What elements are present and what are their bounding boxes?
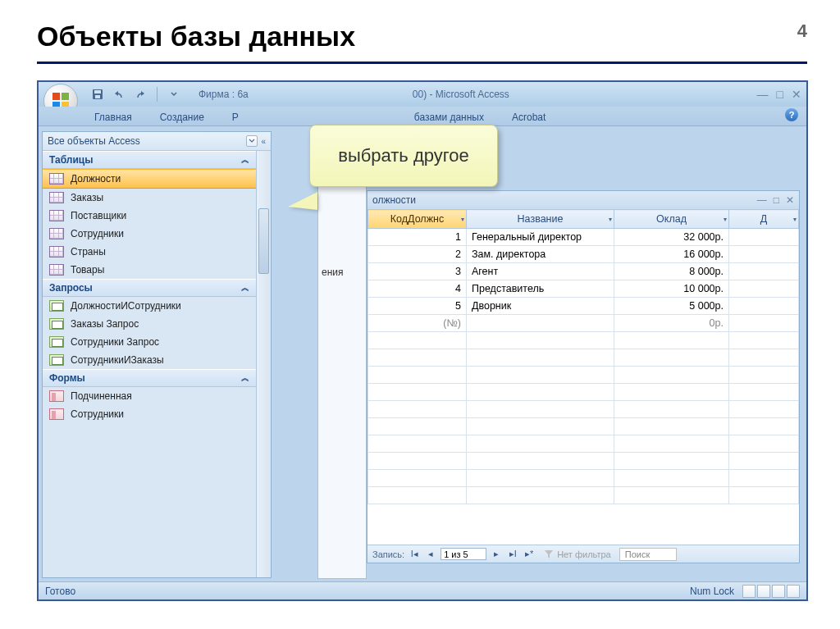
cell-name[interactable]: Генеральный директор — [467, 229, 614, 246]
first-record-button[interactable]: I◂ — [408, 549, 421, 559]
table-row[interactable]: 5Дворник5 000р. — [368, 298, 799, 315]
nav-item-label: ДолжностиИСотрудники — [71, 300, 181, 312]
save-button[interactable] — [89, 86, 106, 103]
new-record-button[interactable]: ▸* — [523, 549, 536, 559]
datasheet-minimize[interactable]: — — [757, 194, 767, 206]
view-design-button[interactable] — [757, 585, 770, 598]
query-icon — [49, 354, 64, 366]
svg-rect-1 — [62, 93, 69, 100]
table-row[interactable]: 3Агент8 000р. — [368, 263, 799, 280]
nav-item[interactable]: Должности — [43, 169, 256, 189]
nav-pane-header[interactable]: Все объекты Access « — [43, 132, 271, 151]
cell-name[interactable]: Агент — [467, 263, 614, 280]
nav-item[interactable]: Сотрудники — [43, 225, 256, 243]
datasheet-titlebar[interactable]: олжности — □ ✕ — [368, 191, 799, 209]
cell-salary[interactable]: 32 000р. — [614, 229, 729, 246]
nav-item[interactable]: СотрудникиИЗаказы — [43, 351, 256, 369]
record-position-input[interactable] — [441, 548, 486, 560]
column-dropdown-icon[interactable]: ▾ — [793, 216, 797, 223]
callout-tail — [288, 192, 317, 210]
nav-group-header[interactable]: Таблицы︽ — [43, 151, 256, 169]
cell-name[interactable]: Представитель — [467, 280, 614, 298]
nav-item[interactable]: Заказы — [43, 189, 256, 207]
nav-item[interactable]: Товары — [43, 261, 256, 279]
cell-salary[interactable]: 5 000р. — [614, 298, 729, 315]
nav-group-header[interactable]: Запросы︽ — [43, 279, 256, 297]
tab-create[interactable]: Создание — [153, 109, 211, 125]
nav-scrollbar[interactable] — [256, 151, 271, 577]
next-record-button[interactable]: ▸ — [490, 549, 503, 559]
workspace: выбрать другое Все объекты Access « Табл… — [39, 128, 806, 581]
nav-category-dropdown[interactable] — [246, 135, 258, 147]
cell-extra[interactable] — [729, 280, 799, 298]
cell-id[interactable]: 3 — [368, 263, 467, 280]
undo-button[interactable] — [111, 86, 127, 103]
search-box[interactable]: Поиск — [619, 548, 677, 561]
table-row[interactable]: 4Представитель10 000р. — [368, 280, 799, 298]
view-datasheet-button[interactable] — [742, 585, 756, 598]
datasheet-grid[interactable]: КодДолжнс▾Название▾Оклад▾Д▾1Генеральный … — [368, 209, 799, 545]
view-pivot-button[interactable] — [772, 585, 785, 598]
nav-group-header[interactable]: Формы︽ — [43, 369, 256, 387]
cell-id[interactable]: 4 — [368, 280, 467, 298]
nav-scroll-thumb[interactable] — [258, 208, 269, 274]
nav-item[interactable]: Сотрудники — [43, 405, 256, 423]
datasheet-restore[interactable]: □ — [774, 194, 779, 206]
qat-customize-button[interactable] — [166, 86, 182, 103]
nav-item[interactable]: ДолжностиИСотрудники — [43, 297, 256, 315]
empty-row — [368, 435, 799, 453]
nav-pane-title: Все объекты Access — [48, 135, 140, 147]
cell-extra[interactable] — [729, 246, 799, 263]
column-header[interactable]: КодДолжнс▾ — [368, 210, 467, 229]
maximize-button[interactable]: □ — [777, 88, 783, 101]
new-row[interactable]: (№)0р. — [368, 315, 799, 332]
prev-record-button[interactable]: ◂ — [424, 549, 437, 559]
nav-item-label: Поставщики — [71, 210, 126, 221]
cell-name[interactable] — [467, 315, 614, 332]
collapse-group-icon[interactable]: ︽ — [241, 154, 249, 166]
nav-item[interactable]: Страны — [43, 243, 256, 261]
cell-salary[interactable]: 16 000р. — [614, 246, 729, 263]
column-header[interactable]: Оклад▾ — [614, 210, 729, 229]
nav-item[interactable]: Поставщики — [43, 207, 256, 225]
tab-partial-r[interactable]: Р — [226, 109, 245, 125]
cell-id[interactable]: 5 — [368, 298, 467, 315]
cell-name[interactable]: Дворник — [467, 298, 614, 315]
cell-id[interactable]: 1 — [368, 229, 467, 246]
cell-extra[interactable] — [729, 263, 799, 280]
column-header[interactable]: Название▾ — [467, 210, 614, 229]
redo-button[interactable] — [132, 86, 148, 103]
cell-id[interactable]: (№) — [368, 315, 467, 332]
nav-item[interactable]: Сотрудники Запрос — [43, 333, 256, 351]
table-row[interactable]: 1Генеральный директор32 000р. — [368, 229, 799, 246]
collapse-group-icon[interactable]: ︽ — [241, 372, 249, 384]
nav-item[interactable]: Заказы Запрос — [43, 315, 256, 333]
datasheet-close[interactable]: ✕ — [786, 194, 794, 206]
cell-extra[interactable] — [729, 315, 799, 332]
close-button[interactable]: ✕ — [792, 88, 801, 101]
cell-salary[interactable]: 10 000р. — [614, 280, 729, 298]
tab-database-tools[interactable]: базами данных — [408, 109, 491, 125]
nav-collapse-button[interactable]: « — [261, 137, 266, 146]
view-chart-button[interactable] — [787, 585, 800, 598]
view-switch-buttons — [742, 585, 800, 598]
collapse-group-icon[interactable]: ︽ — [241, 282, 249, 294]
cell-id[interactable]: 2 — [368, 246, 467, 263]
cell-extra[interactable] — [729, 229, 799, 246]
column-dropdown-icon[interactable]: ▾ — [724, 216, 727, 223]
cell-name[interactable]: Зам. директора — [467, 246, 614, 263]
column-header[interactable]: Д▾ — [729, 210, 799, 229]
cell-extra[interactable] — [729, 298, 799, 315]
column-dropdown-icon[interactable]: ▾ — [461, 216, 464, 223]
table-row[interactable]: 2Зам. директора16 000р. — [368, 246, 799, 263]
column-dropdown-icon[interactable]: ▾ — [609, 216, 612, 223]
nav-item[interactable]: Подчиненная — [43, 387, 256, 405]
tab-home[interactable]: Главная — [88, 109, 139, 125]
cell-salary[interactable]: 8 000р. — [614, 263, 729, 280]
tab-acrobat[interactable]: Acrobat — [505, 109, 552, 125]
last-record-button[interactable]: ▸I — [506, 549, 519, 559]
minimize-button[interactable]: — — [757, 88, 769, 101]
slide-number: 4 — [797, 21, 807, 42]
cell-salary[interactable]: 0р. — [614, 315, 729, 332]
help-icon[interactable]: ? — [785, 108, 798, 121]
